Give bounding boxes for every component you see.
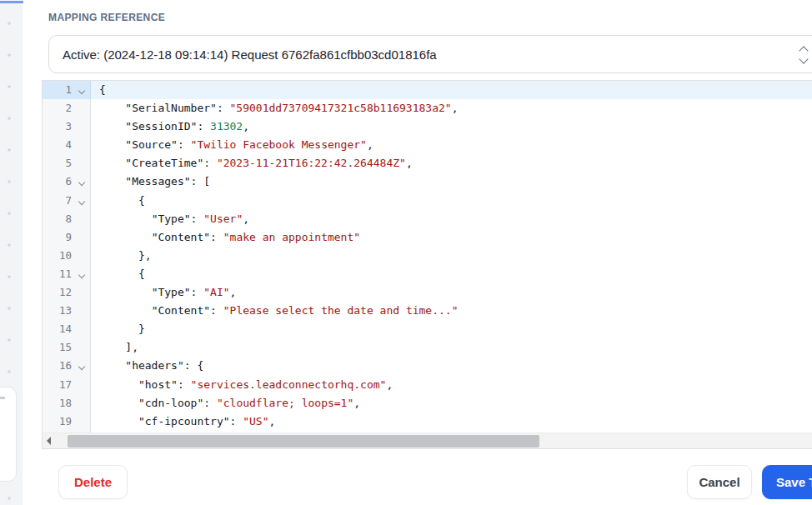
gutter-cell: 2: [43, 99, 91, 118]
code-text: "SessionID": 31302,: [91, 118, 812, 136]
fold-chevron-icon[interactable]: [78, 198, 85, 204]
fold-chevron-icon[interactable]: [78, 88, 85, 94]
gutter-cell: 14: [43, 320, 91, 338]
code-text: ],: [91, 338, 812, 357]
panel-title: MAPPING REFERENCE: [48, 12, 165, 23]
line-number: 7: [65, 192, 72, 210]
code-text: "Type": "User",: [91, 210, 812, 228]
gutter-cell: 9: [43, 228, 91, 247]
code-text: "Messages": [: [91, 172, 812, 191]
code-text: {: [91, 265, 812, 283]
scrollbar-thumb[interactable]: [68, 435, 539, 448]
code-text: "Content": "make an appointment": [91, 228, 812, 247]
code-line: 16 "headers": {: [43, 357, 812, 375]
code-line: 19 "cf-ipcountry": "US",: [43, 412, 812, 431]
mapping-reference-panel: MAPPING REFERENCE Active: (2024-12-18 09…: [22, 0, 812, 505]
line-number: 15: [59, 338, 72, 357]
code-line: 17 "host": "services.leadconnectorhq.com…: [43, 376, 812, 394]
code-line: 9 "Content": "make an appointment": [43, 228, 812, 247]
gutter-cell: 6: [43, 172, 91, 191]
line-number: 6: [65, 172, 72, 191]
code-line: 5 "CreateTime": "2023-11-21T16:22:42.264…: [43, 154, 812, 172]
gutter-cell: 17: [43, 376, 91, 394]
gutter-cell: 16: [43, 357, 91, 375]
save-trigger-button[interactable]: Save Trigger: [762, 465, 812, 499]
line-number: 18: [59, 394, 72, 412]
gutter-cell: 11: [43, 265, 91, 283]
code-text: "cf-ipcountry": "US",: [91, 412, 812, 431]
scroll-left-arrow-icon[interactable]: [47, 437, 51, 445]
line-number: 8: [65, 210, 72, 228]
code-line: 4 "Source": "Twilio Facebook Messenger",: [43, 136, 812, 154]
code-line: 6 "Messages": [: [43, 172, 812, 191]
gutter-cell: 10: [43, 247, 91, 265]
line-number: 9: [65, 228, 72, 247]
line-number: 16: [59, 357, 72, 375]
code-line: 13 "Content": "Please select the date an…: [43, 302, 812, 320]
workflow-node-card: [0, 387, 17, 482]
code-text: "host": "services.leadconnectorhq.com",: [91, 376, 812, 394]
code-text: "SerialNumber": "59001dd73709417321c58b1…: [91, 99, 812, 118]
fold-chevron-icon[interactable]: [78, 272, 85, 278]
code-text: {: [91, 81, 812, 99]
code-line: 7 {: [43, 192, 812, 210]
line-number: 17: [59, 376, 72, 394]
json-code-editor[interactable]: 1{2 "SerialNumber": "59001dd73709417321c…: [42, 80, 812, 449]
gutter-cell: 13: [43, 302, 91, 320]
line-number: 19: [59, 412, 72, 431]
gutter-cell: 8: [43, 210, 91, 228]
code-line: 14 }: [43, 320, 812, 338]
code-text: {: [91, 192, 812, 210]
code-line: 18 "cdn-loop": "cloudflare; loops=1",: [43, 394, 812, 412]
line-number: 2: [65, 99, 72, 118]
code-text: "cdn-loop": "cloudflare; loops=1",: [91, 394, 812, 412]
line-number: 11: [59, 265, 72, 283]
line-number: 14: [59, 320, 72, 338]
gutter-cell: 7: [43, 192, 91, 210]
request-selector[interactable]: Active: (2024-12-18 09:14:14) Request 67…: [48, 35, 812, 73]
code-line: 2 "SerialNumber": "59001dd73709417321c58…: [43, 99, 812, 118]
line-number: 13: [59, 302, 72, 320]
code-lines: 1{2 "SerialNumber": "59001dd73709417321c…: [43, 81, 812, 432]
request-selector-value: Active: (2024-12-18 09:14:14) Request 67…: [63, 48, 437, 62]
code-text: "Source": "Twilio Facebook Messenger",: [91, 136, 812, 154]
code-line: 11 {: [43, 265, 812, 283]
gutter-cell: 19: [43, 412, 91, 431]
gutter-cell: 15: [43, 338, 91, 357]
horizontal-scrollbar[interactable]: [43, 432, 812, 448]
line-number: 5: [65, 154, 72, 172]
delete-button[interactable]: Delete: [58, 465, 128, 499]
code-text: "headers": {: [91, 357, 812, 375]
gutter-cell: 3: [43, 118, 91, 136]
code-line: 1{: [43, 81, 812, 99]
select-chevrons-icon: [799, 47, 810, 63]
code-line: 3 "SessionID": 31302,: [43, 118, 812, 136]
line-number: 10: [59, 247, 72, 265]
code-text: "CreateTime": "2023-11-21T16:22:42.26448…: [91, 154, 812, 172]
gutter-cell: 12: [43, 283, 91, 302]
gutter-cell: 4: [43, 136, 91, 154]
code-line: 15 ],: [43, 338, 812, 357]
code-text: }: [91, 320, 812, 338]
line-number: 1: [65, 81, 72, 99]
code-text: "Content": "Please select the date and t…: [91, 302, 812, 320]
workflow-edge-line: [0, 1, 23, 3]
code-line: 10 },: [43, 247, 812, 265]
gutter-cell: 18: [43, 394, 91, 412]
code-line: 12 "Type": "AI",: [43, 283, 812, 302]
node-card-fragment: [0, 397, 5, 399]
code-line: 8 "Type": "User",: [43, 210, 812, 228]
code-text: },: [91, 247, 812, 265]
line-number: 12: [59, 283, 72, 302]
cancel-button[interactable]: Cancel: [687, 465, 752, 499]
code-text: "Type": "AI",: [91, 283, 812, 302]
line-number: 3: [65, 118, 72, 136]
fold-chevron-icon[interactable]: [78, 179, 85, 186]
gutter-cell: 5: [43, 154, 91, 172]
gutter-cell: 1: [43, 81, 91, 99]
fold-chevron-icon[interactable]: [78, 363, 85, 370]
line-number: 4: [65, 136, 72, 154]
